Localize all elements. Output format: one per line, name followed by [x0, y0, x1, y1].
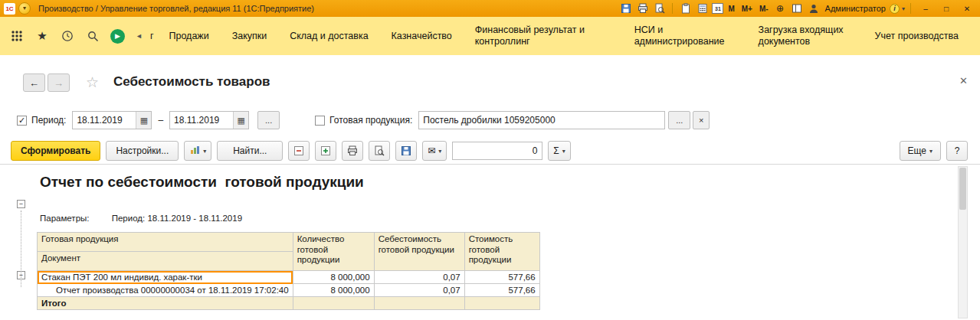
memory-m-button[interactable]: M	[726, 5, 736, 13]
calendar-picker-icon[interactable]: ▦	[136, 112, 151, 129]
sum-button[interactable]: Σ ▾	[548, 141, 570, 161]
user-icon[interactable]	[807, 2, 821, 15]
col-header-amount[interactable]: Стоимость готовой продукции	[464, 233, 539, 271]
period-checkbox[interactable]: ✓	[17, 116, 27, 126]
save-icon[interactable]	[618, 2, 633, 15]
menu-item-finresult[interactable]: Финансовый результат и контроллинг	[475, 24, 611, 47]
cell-qty[interactable]	[293, 297, 374, 310]
menu-item-sales[interactable]: Продажи	[169, 31, 208, 42]
separator	[910, 3, 911, 14]
collapse-groups-button[interactable]	[288, 141, 310, 161]
col-header-product[interactable]: Готовая продукция	[38, 233, 293, 252]
product-clear-button[interactable]: ×	[693, 111, 710, 129]
calendar-icon[interactable]: 31	[712, 3, 723, 14]
cell-qty[interactable]: 8 000,000	[293, 284, 374, 297]
page-header: ← → ☆ Себестоимость товаров ✕	[0, 55, 980, 107]
cell-amount[interactable]: 577,66	[464, 271, 539, 284]
tree-line	[21, 211, 21, 287]
search-icon[interactable]	[85, 28, 100, 44]
back-button[interactable]: ←	[23, 73, 45, 92]
chevron-down-icon[interactable]: ▾	[902, 5, 905, 12]
vertical-scrollbar[interactable]	[958, 166, 968, 318]
forward-button[interactable]: →	[48, 73, 70, 92]
period-more-button[interactable]: ...	[257, 111, 280, 129]
cell-cost[interactable]	[374, 297, 464, 310]
report-variants-button[interactable]: ▾	[184, 141, 211, 161]
cell-amount[interactable]	[464, 297, 539, 310]
memory-mminus-button[interactable]: M-	[757, 5, 771, 13]
col-header-document[interactable]: Документ	[38, 252, 293, 271]
total-row: Итого	[38, 297, 540, 310]
filter-bar: ✓ Период: 18.11.2019 ▦ – 18.11.2019 ▦ ..…	[0, 107, 980, 133]
print-button[interactable]	[342, 141, 363, 161]
info-icon[interactable]: i	[890, 4, 900, 14]
memory-mplus-button[interactable]: M+	[739, 5, 755, 13]
menu-item-production[interactable]: Учет производства	[875, 31, 959, 42]
close-button[interactable]: ✕	[958, 2, 976, 15]
counter-field[interactable]: 0	[452, 142, 542, 160]
main-menu-button[interactable]: ▾	[18, 2, 31, 15]
app-logo-icon: 1С	[4, 3, 15, 15]
history-icon[interactable]	[60, 28, 75, 44]
product-checkbox[interactable]	[315, 116, 325, 126]
titlebar: 1С ▾ Производство / Управление торговлей…	[0, 0, 980, 17]
report-toolbar: Сформировать Настройки... ▾ Найти... ✉ ▾…	[0, 139, 980, 162]
zoom-icon[interactable]: ⊕	[773, 2, 788, 15]
date-to-input[interactable]: 18.11.2019 ▦	[169, 111, 249, 129]
date-to-value[interactable]: 18.11.2019	[170, 115, 233, 126]
date-from-input[interactable]: 18.11.2019 ▦	[72, 111, 152, 129]
print-preview-icon[interactable]	[652, 2, 667, 15]
mail-button[interactable]: ✉ ▾	[422, 141, 447, 161]
save-button[interactable]	[395, 141, 417, 161]
cell-total-label[interactable]: Итого	[38, 297, 293, 310]
product-value[interactable]: Постель дробилки 1059205000	[419, 115, 664, 126]
apps-grid-icon[interactable]	[9, 28, 25, 44]
window-title: Производство / Управление торговлей, ред…	[38, 4, 314, 13]
expand-groups-button[interactable]	[315, 141, 336, 161]
help-button[interactable]: ?	[946, 141, 968, 161]
print-icon[interactable]	[635, 2, 650, 15]
favorites-icon[interactable]: ★	[34, 28, 50, 44]
menu-item-fragment[interactable]: г	[150, 31, 154, 41]
calculator-icon[interactable]	[695, 2, 710, 15]
cell-amount[interactable]: 577,66	[464, 284, 539, 297]
nav-buttons: ← →	[23, 73, 70, 92]
find-button[interactable]: Найти...	[217, 141, 283, 161]
menu-item-warehouse[interactable]: Склад и доставка	[290, 31, 368, 42]
cell-cost[interactable]: 0,07	[374, 284, 464, 297]
cell-product-name[interactable]: Стакан ПЭТ 200 мл индивид. харак-тки	[38, 271, 293, 284]
minimize-button[interactable]: –	[916, 2, 935, 15]
generate-button[interactable]: Сформировать	[11, 141, 100, 161]
menu-item-incoming-docs[interactable]: Загрузка входящих документов	[759, 24, 852, 47]
maximize-button[interactable]: □	[937, 2, 955, 15]
scrollbar-thumb[interactable]	[959, 168, 966, 210]
col-header-qty[interactable]: Количество готовой продукции	[293, 233, 374, 271]
start-page-icon[interactable]: ▶	[110, 29, 125, 44]
current-user-label[interactable]: Администратор	[825, 4, 886, 13]
settings-button[interactable]: Настройки...	[106, 141, 179, 161]
chart-icon	[189, 145, 200, 158]
date-from-value[interactable]: 18.11.2019	[73, 115, 136, 126]
toolbar-right: Еще ▾ ?	[900, 141, 968, 161]
report-table: Готовая продукция Количество готовой про…	[37, 232, 540, 310]
product-select-button[interactable]: ...	[668, 111, 690, 129]
more-button[interactable]: Еще ▾	[900, 141, 941, 161]
menu-item-nsi-admin[interactable]: НСИ и администрирование	[634, 24, 736, 47]
clipboard-icon[interactable]	[678, 2, 693, 15]
product-input[interactable]: Постель дробилки 1059205000	[418, 111, 665, 129]
cell-cost[interactable]: 0,07	[374, 271, 464, 284]
group-toggle[interactable]: −	[17, 200, 25, 208]
mail-icon: ✉	[428, 145, 435, 156]
preview-button[interactable]	[369, 141, 390, 161]
favorite-star-icon[interactable]: ☆	[86, 73, 99, 91]
panels-icon[interactable]	[790, 2, 805, 15]
col-header-cost[interactable]: Себестоимость готовой продукции	[374, 233, 464, 271]
close-form-icon[interactable]: ✕	[959, 75, 968, 87]
calendar-picker-icon[interactable]: ▦	[233, 112, 248, 129]
collapse-panel-icon[interactable]: ◄	[136, 32, 143, 40]
menu-item-treasury[interactable]: Казначейство	[392, 31, 452, 42]
menu-item-purchases[interactable]: Закупки	[232, 31, 267, 42]
menubar-tools: ★ ▶	[9, 28, 125, 44]
cell-qty[interactable]: 8 000,000	[293, 271, 374, 284]
cell-document-name[interactable]: Отчет производства 00000000034 от 18.11.…	[38, 284, 293, 297]
